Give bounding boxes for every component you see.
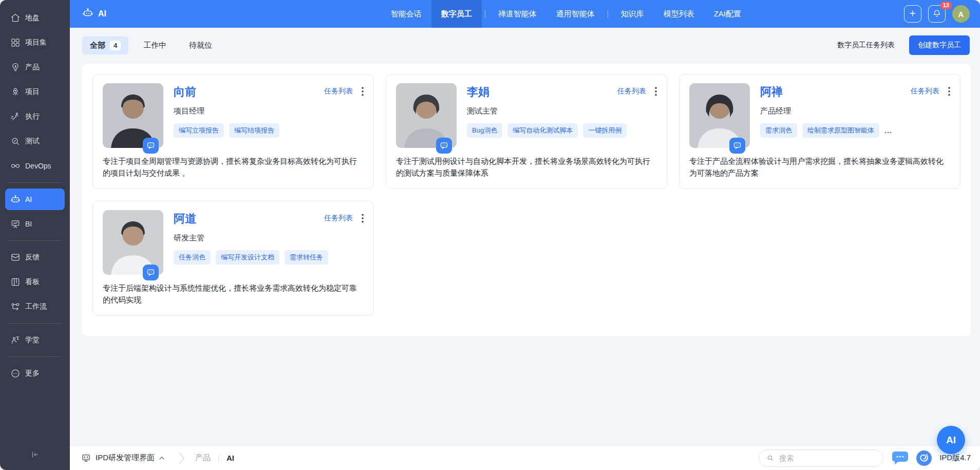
employee-name[interactable]: 向前 xyxy=(174,84,196,100)
chat-message-icon[interactable] xyxy=(891,450,909,466)
search-input[interactable] xyxy=(778,454,876,463)
employee-description: 专注于项目全周期管理与资源协调，擅长将复杂业务目标高效转化为可执行的项目计划与交… xyxy=(103,156,364,179)
task-list-link[interactable]: 任务列表 xyxy=(911,87,939,96)
sidebar-item-label: 学堂 xyxy=(25,335,40,345)
sidebar-item-label: 看板 xyxy=(25,277,40,287)
create-employee-button[interactable]: 创建数字员工 xyxy=(909,35,970,55)
runner-icon xyxy=(10,111,21,122)
chat-bubble-icon[interactable] xyxy=(729,138,745,154)
employee-task-list-link[interactable]: 数字员工任务列表 xyxy=(837,41,895,50)
breadcrumb: 产品 AI xyxy=(195,453,234,463)
workspace-switcher[interactable]: IPD研发管理界面 xyxy=(81,453,165,463)
sidebar-collapse-button[interactable] xyxy=(0,440,70,470)
nav-tab-zentao-agent[interactable]: 禅道智能体 xyxy=(488,0,546,28)
nav-tab-general-agent[interactable]: 通用智能体 xyxy=(546,0,605,28)
skill-tag[interactable]: 需求转任务 xyxy=(285,250,328,265)
zentao-logo-icon[interactable] xyxy=(916,450,932,466)
filter-tab-all[interactable]: 全部 4 xyxy=(82,36,128,54)
sidebar-item-program[interactable]: 项目集 xyxy=(5,32,65,53)
sidebar-item-project[interactable]: 项目 xyxy=(5,81,65,103)
sidebar-item-bi[interactable]: BI xyxy=(5,213,65,235)
skill-tag[interactable]: 一键拆用例 xyxy=(583,123,627,138)
bottom-bar-right: IPD版4.7 xyxy=(759,449,971,467)
card-top: 阿道 任务列表 研发主管 任务润色 编写开发设计文档 需求转任务 xyxy=(103,210,364,275)
add-button[interactable] xyxy=(904,5,921,23)
sidebar-item-workflow[interactable]: 工作流 xyxy=(5,296,65,317)
kebab-menu-icon[interactable] xyxy=(362,87,364,96)
kebab-menu-icon[interactable] xyxy=(948,87,950,96)
sidebar-item-kanban[interactable]: 看板 xyxy=(5,271,65,293)
sidebar-item-execution[interactable]: 执行 xyxy=(5,106,65,127)
bell-icon xyxy=(932,9,941,20)
card-info: 阿禅 任务列表 产品经理 需求润色 绘制需求原型图智能体 ... xyxy=(760,83,950,148)
top-header: AI 智能会话 数字员工 禅道智能体 通用智能体 知识库 模型列表 ZAI配置 xyxy=(70,0,980,28)
sidebar-item-school[interactable]: 学堂 xyxy=(5,329,65,351)
sidebar-item-more[interactable]: 更多 xyxy=(5,363,65,384)
search-box[interactable] xyxy=(759,449,883,467)
employee-name[interactable]: 阿道 xyxy=(174,211,196,227)
kebab-menu-icon[interactable] xyxy=(655,87,657,96)
task-list-link[interactable]: 任务列表 xyxy=(324,214,353,223)
employee-name[interactable]: 阿禅 xyxy=(760,84,783,100)
grid-icon xyxy=(10,37,21,48)
skill-tag[interactable]: 编写结项报告 xyxy=(229,123,279,138)
employee-name[interactable]: 李娟 xyxy=(467,84,489,100)
filter-tab-working[interactable]: 工作中 xyxy=(136,36,174,54)
breadcrumb-divider xyxy=(218,455,219,462)
employee-photo xyxy=(396,83,457,148)
card-info: 阿道 任务列表 研发主管 任务润色 编写开发设计文档 需求转任务 xyxy=(174,210,364,275)
chat-bubble-icon[interactable] xyxy=(143,265,159,280)
skill-tag[interactable]: 任务润色 xyxy=(174,250,211,265)
nav-tab-model-list[interactable]: 模型列表 xyxy=(654,0,704,28)
user-avatar[interactable]: A xyxy=(952,5,970,23)
ai-assistant-fab[interactable]: AI xyxy=(937,426,965,454)
nav-tab-zai-config[interactable]: ZAI配置 xyxy=(704,0,751,28)
sidebar-item-ai[interactable]: AI xyxy=(5,189,65,210)
nav-tab-smart-chat[interactable]: 智能会话 xyxy=(381,0,431,28)
mail-icon xyxy=(10,252,21,262)
skill-tag[interactable]: 需求润色 xyxy=(760,123,797,138)
app-brand[interactable]: AI xyxy=(82,7,106,21)
skill-tag[interactable]: 编写立项报告 xyxy=(174,123,224,138)
task-list-link[interactable]: 任务列表 xyxy=(324,87,353,96)
breadcrumb-item-current: AI xyxy=(227,454,234,462)
sidebar-item-label: 工作流 xyxy=(25,302,47,311)
task-list-link[interactable]: 任务列表 xyxy=(617,87,646,96)
breadcrumb-item-product[interactable]: 产品 xyxy=(195,453,211,463)
employee-description: 专注于后端架构设计与系统性能优化，擅长将业务需求高效转化为稳定可靠的代码实现 xyxy=(103,283,364,306)
home-icon xyxy=(10,13,21,23)
sidebar-item-devops[interactable]: DevOps xyxy=(5,155,65,177)
sidebar-item-product[interactable]: 产品 xyxy=(5,57,65,78)
employee-description: 专注于测试用例设计与自动化脚本开发，擅长将业务场景高效转化为可执行的测试方案与质… xyxy=(396,156,657,179)
filter-tab-standby[interactable]: 待就位 xyxy=(181,36,220,54)
sidebar-item-dashboard[interactable]: 地盘 xyxy=(5,7,65,29)
sidebar-item-label: 更多 xyxy=(25,369,40,378)
nav-tab-knowledge-base[interactable]: 知识库 xyxy=(611,0,654,28)
sidebar-item-label: 地盘 xyxy=(25,13,40,23)
card-info: 李娟 任务列表 测试主管 Bug润色 编写自动化测试脚本 一键拆用例 xyxy=(467,83,657,148)
sidebar-item-qa[interactable]: 测试 xyxy=(5,130,65,152)
sidebar-item-label: 反馈 xyxy=(25,253,40,262)
main-column: AI 智能会话 数字员工 禅道智能体 通用智能体 知识库 模型列表 ZAI配置 xyxy=(70,0,980,470)
skill-tag[interactable]: Bug润色 xyxy=(467,123,502,138)
more-tags-indicator[interactable]: ... xyxy=(884,126,892,135)
nav-tab-digital-employee[interactable]: 数字员工 xyxy=(431,0,482,28)
notifications-button[interactable]: 13 xyxy=(928,5,946,23)
chat-bubble-icon[interactable] xyxy=(436,138,452,154)
chat-bubble-icon[interactable] xyxy=(143,138,159,154)
header-actions: 13 A xyxy=(904,5,970,23)
employee-role: 产品经理 xyxy=(760,106,950,116)
skill-tag[interactable]: 编写自动化测试脚本 xyxy=(507,123,578,138)
bottom-bar: IPD研发管理界面 产品 AI IPD版4.7 xyxy=(70,445,980,470)
content-area: 全部 4 工作中 待就位 数字员工任务列表 创建数字员工 xyxy=(70,28,980,445)
sidebar-item-label: 测试 xyxy=(25,137,40,146)
skill-tag[interactable]: 绘制需求原型图智能体 xyxy=(802,123,879,138)
employee-role: 研发主管 xyxy=(174,233,364,243)
sidebar-item-feedback[interactable]: 反馈 xyxy=(5,247,65,268)
kebab-menu-icon[interactable] xyxy=(362,214,364,223)
card-top: 向前 任务列表 项目经理 编写立项报告 编写结项报告 xyxy=(103,83,364,148)
skill-tags: 需求润色 绘制需求原型图智能体 ... xyxy=(760,123,950,138)
skill-tag[interactable]: 编写开发设计文档 xyxy=(216,250,279,265)
chart-board-icon xyxy=(10,219,21,229)
rocket-icon xyxy=(10,87,21,97)
